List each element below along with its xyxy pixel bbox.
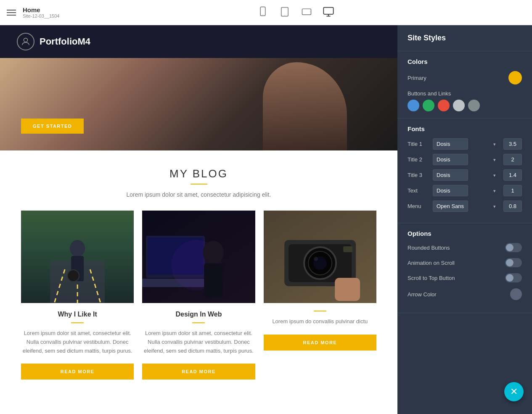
preview-area: PortfolioM4 GET STARTED MY BLOG Lorem ip… bbox=[0, 25, 397, 414]
blog-card-3-image bbox=[264, 211, 376, 303]
options-section: Options Rounded Buttons Animation on Scr… bbox=[397, 223, 532, 313]
page-name: Home bbox=[23, 6, 59, 13]
site-name: Site-12-03__1504 bbox=[23, 13, 59, 18]
rounded-buttons-toggle[interactable] bbox=[505, 243, 522, 252]
font-select-title3[interactable]: DosisOpen SansRoboto bbox=[433, 169, 468, 181]
colors-section-title: Colors bbox=[408, 58, 522, 65]
blog-card-2-image bbox=[142, 211, 255, 303]
options-section-title: Options bbox=[408, 230, 522, 237]
svg-rect-2 bbox=[281, 7, 288, 16]
font-size-title2[interactable] bbox=[503, 154, 522, 165]
top-bar: Home Site-12-03__1504 bbox=[0, 0, 532, 25]
svg-point-15 bbox=[70, 240, 85, 257]
site-logo-icon bbox=[17, 33, 34, 50]
blog-card-3-image-inner bbox=[264, 211, 376, 303]
blog-card-2-read-more-button[interactable]: READ MORE bbox=[142, 364, 255, 380]
site-logo: PortfolioM4 bbox=[17, 33, 90, 50]
blog-section: MY BLOG Lorem ipsum dolor sit amet, cons… bbox=[0, 150, 397, 388]
blog-card-1-title: Why I Like It bbox=[21, 311, 134, 318]
blog-title-divider bbox=[191, 184, 207, 185]
rounded-buttons-toggle-knob bbox=[506, 244, 513, 251]
scroll-to-top-label: Scroll to Top Button bbox=[408, 275, 455, 281]
font-label-title2: Title 2 bbox=[408, 156, 429, 163]
animation-on-scroll-row: Animation on Scroll bbox=[408, 258, 522, 267]
blog-card-2-image-inner bbox=[142, 211, 255, 303]
svg-point-17 bbox=[67, 270, 79, 282]
rounded-buttons-row: Rounded Buttons bbox=[408, 243, 522, 252]
scroll-to-top-row: Scroll to Top Button bbox=[408, 273, 522, 282]
scroll-to-top-toggle-knob bbox=[506, 274, 513, 282]
animation-on-scroll-toggle-knob bbox=[506, 259, 513, 266]
primary-color-swatch[interactable] bbox=[508, 71, 522, 84]
font-row-title3: Title 3 DosisOpen SansRoboto bbox=[408, 169, 522, 181]
desktop-device-icon[interactable] bbox=[323, 6, 334, 19]
font-select-menu[interactable]: Open SansDosisRoboto bbox=[433, 200, 468, 212]
blog-title: MY BLOG bbox=[17, 167, 381, 180]
font-select-title2[interactable]: DosisOpen SansRoboto bbox=[433, 154, 468, 165]
font-row-title2: Title 2 DosisOpen SansRoboto bbox=[408, 154, 522, 165]
side-panel-title: Site Styles bbox=[397, 25, 532, 51]
font-select-text[interactable]: DosisOpen SansRoboto bbox=[433, 185, 468, 196]
font-label-text: Text bbox=[408, 187, 429, 194]
fonts-section: Fonts Title 1 DosisOpen SansRoboto Title… bbox=[397, 119, 532, 223]
svg-rect-33 bbox=[343, 246, 352, 252]
swatch-dark-gray[interactable] bbox=[468, 100, 480, 111]
blog-card-3-read-more-button[interactable]: READ MORE bbox=[264, 335, 376, 351]
primary-color-row: Primary bbox=[408, 71, 522, 84]
swatch-blue[interactable] bbox=[408, 100, 419, 111]
get-started-button[interactable]: GET STARTED bbox=[21, 119, 84, 134]
fab-icon: ✕ bbox=[510, 386, 518, 397]
blog-card-3-text: Lorem ipsum do convallis pulvinar dictu bbox=[264, 317, 376, 326]
hamburger-menu[interactable] bbox=[7, 10, 16, 16]
blog-card-2-text: Lorem ipsum dolor sit amet, consectetur … bbox=[142, 329, 255, 355]
font-size-title3[interactable] bbox=[503, 169, 522, 181]
hero-content: GET STARTED bbox=[21, 119, 84, 134]
swatch-green[interactable] bbox=[423, 100, 434, 111]
tablet-device-icon[interactable] bbox=[279, 6, 291, 19]
font-size-menu[interactable] bbox=[503, 200, 522, 212]
svg-point-9 bbox=[24, 38, 27, 42]
font-size-text[interactable] bbox=[503, 185, 522, 196]
swatch-red[interactable] bbox=[438, 100, 450, 111]
fonts-section-title: Fonts bbox=[408, 125, 522, 132]
font-size-title1[interactable] bbox=[503, 138, 522, 150]
fab-close-button[interactable]: ✕ bbox=[504, 382, 524, 401]
hero-section: GET STARTED bbox=[0, 58, 397, 150]
site-logo-name: PortfolioM4 bbox=[40, 36, 90, 47]
font-select-title1[interactable]: DosisOpen SansRoboto bbox=[433, 138, 468, 150]
font-label-title3: Title 3 bbox=[408, 172, 429, 178]
primary-color-label: Primary bbox=[408, 75, 426, 81]
arrow-color-swatch[interactable] bbox=[510, 288, 522, 300]
blog-cards-container: Why I Like It Lorem ipsum dolor sit amet… bbox=[17, 211, 381, 380]
blog-card-3-divider bbox=[314, 311, 326, 311]
animation-on-scroll-label: Animation on Scroll bbox=[408, 260, 455, 266]
tablet-landscape-device-icon[interactable] bbox=[301, 6, 312, 19]
font-label-menu: Menu bbox=[408, 203, 429, 209]
blog-card-3: Lorem ipsum do convallis pulvinar dictu … bbox=[259, 211, 381, 380]
blog-card-2-divider bbox=[192, 322, 205, 323]
svg-rect-6 bbox=[324, 7, 333, 14]
font-label-title1: Title 1 bbox=[408, 141, 429, 147]
site-header: PortfolioM4 bbox=[0, 25, 397, 58]
blog-card-1-read-more-button[interactable]: READ MORE bbox=[21, 364, 134, 380]
swatch-light-gray[interactable] bbox=[453, 100, 465, 111]
font-row-menu: Menu Open SansDosisRoboto bbox=[408, 200, 522, 212]
font-row-title1: Title 1 DosisOpen SansRoboto bbox=[408, 138, 522, 150]
blog-card-1-divider bbox=[71, 322, 84, 323]
blog-card-2: Design In Web Lorem ipsum dolor sit amet… bbox=[138, 211, 259, 380]
blog-card-2-title: Design In Web bbox=[142, 311, 255, 318]
blog-card-1-image bbox=[21, 211, 134, 303]
mobile-device-icon[interactable] bbox=[257, 6, 269, 19]
blog-card-1: Why I Like It Lorem ipsum dolor sit amet… bbox=[17, 211, 138, 380]
rounded-buttons-label: Rounded Buttons bbox=[408, 245, 450, 251]
side-panel: Site Styles Colors Primary Buttons and L… bbox=[397, 25, 532, 414]
svg-point-32 bbox=[314, 257, 318, 261]
svg-rect-4 bbox=[302, 9, 311, 15]
svg-rect-34 bbox=[335, 278, 360, 301]
scroll-to-top-toggle[interactable] bbox=[505, 273, 522, 282]
buttons-links-label: Buttons and Links bbox=[408, 90, 451, 97]
arrow-color-label: Arrow Color bbox=[408, 291, 437, 298]
buttons-links-swatches bbox=[408, 100, 522, 111]
svg-rect-25 bbox=[204, 264, 222, 297]
animation-on-scroll-toggle[interactable] bbox=[505, 258, 522, 267]
